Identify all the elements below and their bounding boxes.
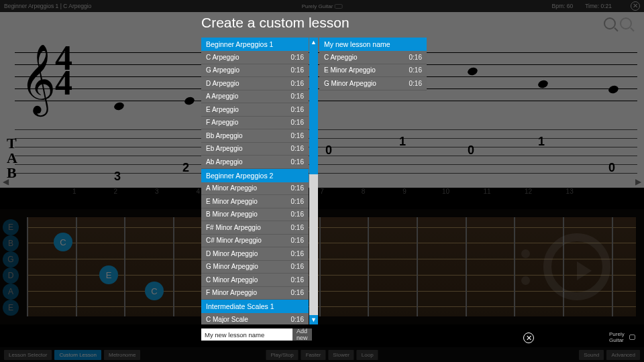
new-lesson-name-input[interactable] [201,328,292,341]
source-item[interactable]: E Minor Arpeggio0:16 [201,195,309,208]
source-item[interactable]: A Arpeggio0:16 [201,90,309,104]
custom-list-header[interactable]: My new lesson name [319,38,427,51]
scroll-up-icon[interactable]: ▲ [309,38,318,47]
source-item[interactable]: F Arpeggio0:16 [201,117,309,130]
scroll-thumb[interactable] [309,47,318,174]
source-item[interactable]: Ab Arpeggio0:16 [201,156,309,169]
scroll-down-icon[interactable]: ▼ [309,315,318,324]
source-item[interactable]: Bb Arpeggio0:16 [201,129,309,143]
custom-lesson-modal: Create a custom lesson Beginner Arpeggio… [201,15,443,343]
custom-item[interactable]: C Arpeggio0:16 [319,51,427,64]
source-item[interactable]: C# Minor Arpeggio0:16 [201,235,309,248]
source-group-header[interactable]: Beginner Arpeggios 1 [201,38,309,51]
custom-item[interactable]: E Minor Arpeggio0:16 [319,64,427,78]
custom-item[interactable]: G Minor Arpeggio0:16 [319,77,427,90]
source-item[interactable]: E Arpeggio0:16 [201,103,309,117]
scrollbar[interactable]: ▲ ▼ [309,38,318,324]
source-item[interactable]: Eb Arpeggio0:16 [201,143,309,156]
close-modal-icon[interactable]: ✕ [523,333,534,343]
source-lesson-list[interactable]: Beginner Arpeggios 1C Arpeggio0:16G Arpe… [201,38,309,324]
source-group-header[interactable]: Intermediate Scales 1 [201,300,309,313]
modal-title: Create a custom lesson [201,15,443,31]
modal-brand-label: Purely Guitar [609,331,635,343]
source-item[interactable]: G Arpeggio0:16 [201,64,309,78]
source-item[interactable]: F# Minor Arpeggio0:16 [201,221,309,235]
source-group-header[interactable]: Beginner Arpeggios 2 [201,169,309,182]
source-item[interactable]: F Minor Arpeggio0:16 [201,287,309,300]
source-item[interactable]: D Arpeggio0:16 [201,77,309,90]
source-item[interactable]: D Minor Arpeggio0:16 [201,247,309,261]
custom-lesson-list[interactable]: C Arpeggio0:16E Minor Arpeggio0:16G Mino… [319,51,427,90]
source-item[interactable]: A Minor Arpeggio0:16 [201,182,309,196]
add-new-button[interactable]: Add new [292,328,312,341]
source-item[interactable]: C Arpeggio0:16 [201,51,309,64]
source-item[interactable]: C Major Scale0:16 [201,313,309,324]
source-item[interactable]: B Minor Arpeggio0:16 [201,208,309,222]
source-item[interactable]: C Minor Arpeggio0:16 [201,274,309,287]
source-item[interactable]: G Minor Arpeggio0:16 [201,261,309,274]
